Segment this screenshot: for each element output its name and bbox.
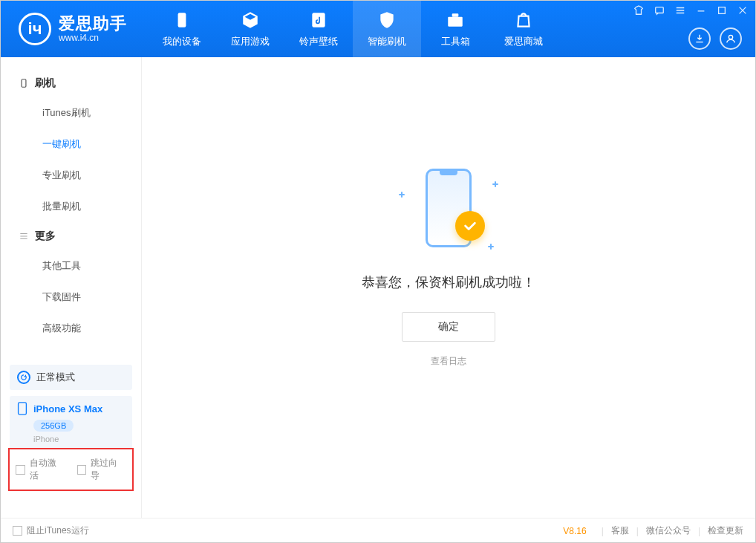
nav-store[interactable]: 爱思商城: [489, 1, 558, 57]
sidebar-itunes-flash[interactable]: iTunes刷机: [1, 97, 141, 129]
nav-label: 我的设备: [163, 35, 201, 48]
storage-badge: 256GB: [33, 420, 74, 432]
checkbox-label: 阻止iTunes运行: [27, 524, 89, 537]
group-more: 更多: [1, 222, 141, 250]
sparkle-icon: [492, 181, 498, 187]
close-icon[interactable]: [737, 5, 748, 18]
main-content: 恭喜您，保资料刷机成功啦！ 确定 查看日志: [142, 57, 755, 518]
checkbox-auto-activate[interactable]: 自动激活: [16, 457, 65, 482]
nav-label: 智能刷机: [368, 35, 406, 48]
brand-title: 爱思助手: [59, 15, 127, 33]
minimize-icon[interactable]: [696, 5, 706, 18]
cube-icon: [240, 10, 261, 30]
nav-toolbox[interactable]: 工具箱: [421, 1, 489, 57]
svg-point-6: [729, 35, 732, 39]
nav-label: 应用游戏: [231, 35, 270, 48]
group-flash: 刷机: [1, 69, 141, 97]
checkbox-block-itunes[interactable]: 阻止iTunes运行: [13, 524, 89, 537]
checkbox-icon: [16, 465, 25, 475]
version-label: V8.16: [563, 526, 586, 536]
nav-label: 爱思商城: [504, 35, 543, 48]
svg-rect-8: [19, 403, 27, 414]
sidebar-download-fw[interactable]: 下载固件: [1, 282, 141, 313]
list-icon: [19, 231, 29, 241]
music-icon: [308, 10, 329, 30]
device-mode-row[interactable]: 正常模式: [10, 365, 132, 390]
bag-icon: [513, 10, 534, 30]
nav-flash[interactable]: 智能刷机: [353, 1, 421, 57]
group-label: 更多: [35, 230, 56, 243]
device-info[interactable]: iPhone XS Max 256GB iPhone: [10, 396, 132, 449]
view-log-link[interactable]: 查看日志: [431, 355, 466, 368]
brand-subtitle: www.i4.cn: [59, 33, 127, 43]
support-link[interactable]: 客服: [611, 524, 629, 537]
checkbox-label: 自动激活: [30, 457, 65, 482]
sidebar-other-tools[interactable]: 其他工具: [1, 250, 141, 282]
phone-small-icon: [19, 78, 29, 88]
status-bar: 阻止iTunes运行 V8.16 | 客服 | 微信公众号 | 检查更新: [1, 518, 755, 543]
svg-rect-1: [312, 13, 325, 27]
mode-label: 正常模式: [36, 371, 75, 384]
nav-label: 工具箱: [441, 35, 470, 48]
svg-rect-5: [719, 7, 726, 14]
nav-my-device[interactable]: 我的设备: [148, 1, 216, 57]
menu-icon[interactable]: [675, 5, 685, 18]
sparkle-icon: [488, 244, 494, 250]
top-nav: 我的设备 应用游戏 铃声壁纸 智能刷机 工具箱 爱思商城: [148, 1, 558, 57]
nav-label: 铃声壁纸: [299, 35, 338, 48]
download-button[interactable]: [688, 27, 711, 50]
title-bar: iч 爱思助手 www.i4.cn 我的设备 应用游戏 铃声壁纸 智能刷机 工具…: [1, 1, 755, 57]
toolbox-icon: [445, 10, 466, 30]
checkbox-skip-guide[interactable]: 跳过向导: [77, 457, 127, 482]
success-message: 恭喜您，保资料刷机成功啦！: [362, 273, 535, 291]
group-label: 刷机: [35, 77, 56, 90]
svg-rect-4: [656, 7, 664, 13]
success-illustration: [393, 163, 504, 253]
sidebar: 刷机 iTunes刷机 一键刷机 专业刷机 批量刷机 更多 其他工具 下载固件 …: [1, 57, 142, 518]
check-update-link[interactable]: 检查更新: [708, 524, 743, 537]
svg-rect-7: [22, 79, 26, 88]
shield-icon: [377, 10, 397, 30]
refresh-icon: [17, 371, 30, 384]
device-name: iPhone XS Max: [33, 403, 102, 414]
wechat-link[interactable]: 微信公众号: [646, 524, 691, 537]
nav-apps[interactable]: 应用游戏: [216, 1, 284, 57]
sidebar-batch-flash[interactable]: 批量刷机: [1, 191, 141, 222]
device-icon: [172, 10, 192, 30]
flash-options-highlight: 自动激活 跳过向导: [8, 448, 134, 491]
user-button[interactable]: [720, 27, 742, 50]
sidebar-one-click-flash[interactable]: 一键刷机: [1, 129, 141, 160]
maximize-icon[interactable]: [717, 5, 727, 18]
sidebar-pro-flash[interactable]: 专业刷机: [1, 160, 141, 191]
confirm-button[interactable]: 确定: [402, 312, 495, 342]
nav-ringtone[interactable]: 铃声壁纸: [284, 1, 353, 57]
skin-icon[interactable]: [633, 5, 644, 18]
logo-icon: iч: [19, 13, 51, 45]
svg-rect-0: [178, 13, 186, 27]
checkbox-icon: [13, 526, 22, 536]
svg-rect-2: [448, 17, 463, 27]
check-badge-icon: [455, 211, 485, 241]
sidebar-advanced[interactable]: 高级功能: [1, 313, 141, 344]
checkbox-icon: [77, 465, 87, 475]
phone-icon: [17, 402, 27, 415]
window-controls: [633, 5, 748, 18]
checkbox-label: 跳过向导: [91, 457, 126, 482]
device-type: iPhone: [33, 435, 125, 443]
svg-rect-3: [452, 13, 459, 16]
sparkle-icon: [399, 192, 405, 198]
feedback-icon[interactable]: [654, 5, 665, 18]
brand-logo: iч 爱思助手 www.i4.cn: [1, 13, 142, 45]
